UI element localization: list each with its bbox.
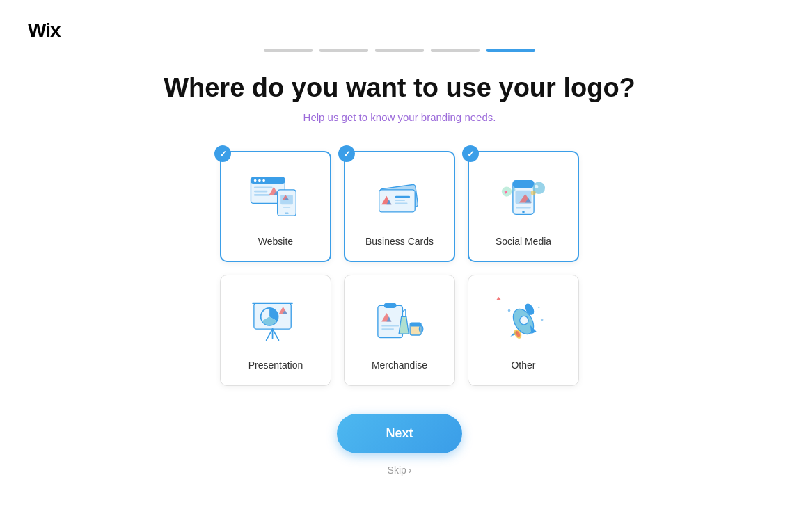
presentation-icon-area	[244, 290, 307, 353]
business-cards-icon	[372, 173, 427, 222]
card-presentation[interactable]: Presentation	[220, 275, 331, 386]
svg-line-41	[273, 329, 279, 340]
card-merchandise-label: Merchandise	[372, 360, 427, 371]
merchandise-icon-area	[368, 290, 431, 353]
wix-logo: Wix	[28, 19, 61, 42]
page-subtext: Help us get to know your branding needs.	[303, 111, 496, 123]
svg-marker-58	[496, 297, 500, 300]
check-badge-social-media: ✓	[462, 145, 479, 162]
svg-rect-11	[280, 195, 293, 204]
next-button[interactable]: Next	[337, 414, 461, 453]
svg-point-3	[258, 179, 261, 182]
card-merchandise[interactable]: Merchandise	[344, 275, 455, 386]
svg-point-4	[262, 179, 265, 182]
website-icon	[248, 173, 303, 222]
svg-point-60	[508, 309, 511, 312]
svg-point-61	[538, 307, 540, 309]
card-other[interactable]: Other	[468, 275, 579, 386]
svg-rect-15	[285, 213, 288, 214]
skip-label[interactable]: Skip	[388, 465, 406, 476]
svg-text:♥: ♥	[504, 189, 507, 195]
card-other-label: Other	[511, 360, 535, 371]
svg-point-32	[512, 188, 515, 191]
svg-rect-20	[395, 196, 410, 198]
merchandise-icon	[372, 297, 427, 346]
other-icon-area	[492, 290, 555, 353]
svg-point-29	[535, 185, 538, 188]
svg-rect-34	[516, 207, 530, 209]
presentation-icon	[248, 297, 303, 346]
svg-point-2	[254, 179, 257, 182]
progress-step-1	[264, 49, 313, 52]
progress-step-5	[486, 49, 535, 52]
social-media-icon-area: ♥	[492, 166, 555, 229]
svg-rect-45	[384, 303, 397, 308]
svg-rect-5	[254, 186, 273, 188]
progress-bar	[0, 42, 799, 52]
card-business-cards[interactable]: ✓ Business Cards	[344, 151, 455, 262]
svg-rect-6	[254, 191, 268, 193]
svg-rect-7	[254, 194, 270, 196]
check-badge-business-cards: ✓	[338, 145, 355, 162]
card-website[interactable]: ✓	[220, 151, 331, 262]
svg-rect-14	[283, 207, 291, 208]
logo-usage-grid: ✓	[220, 151, 579, 386]
page-title: Where do you want to use your logo?	[164, 73, 635, 103]
website-icon-area	[244, 166, 307, 229]
card-website-label: Website	[258, 236, 293, 247]
svg-point-35	[522, 211, 525, 213]
progress-step-2	[319, 49, 368, 52]
svg-rect-51	[410, 323, 421, 326]
svg-rect-21	[395, 200, 405, 201]
card-business-cards-label: Business Cards	[365, 236, 434, 247]
main-content: Where do you want to use your logo? Help…	[0, 52, 799, 476]
social-media-icon: ♥	[496, 173, 551, 222]
progress-step-3	[375, 49, 424, 52]
svg-rect-22	[395, 203, 408, 204]
check-badge-website: ✓	[214, 145, 231, 162]
svg-point-62	[541, 319, 544, 321]
svg-line-40	[267, 329, 273, 340]
business-cards-icon-area	[368, 166, 431, 229]
card-social-media-label: Social Media	[496, 236, 551, 247]
skip-chevron-icon: ›	[409, 465, 412, 476]
svg-point-33	[531, 191, 536, 195]
svg-rect-24	[513, 181, 534, 188]
card-presentation-label: Presentation	[248, 360, 303, 371]
card-social-media[interactable]: ✓ ♥	[468, 151, 579, 262]
skip-link[interactable]: Skip ›	[388, 465, 412, 476]
svg-rect-49	[381, 328, 394, 330]
svg-point-59	[521, 318, 526, 323]
svg-rect-48	[381, 325, 399, 327]
progress-step-4	[431, 49, 480, 52]
other-icon	[496, 297, 551, 346]
